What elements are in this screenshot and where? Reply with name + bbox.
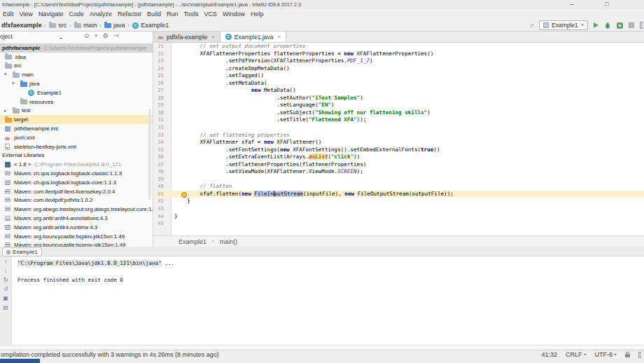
tree-item-pdfxfaexample-iml[interactable]: pdfxfaexample.iml (0, 124, 153, 133)
menu-view[interactable]: View (17, 9, 36, 20)
tree-item-maven-org-antlr-antlr4-annotations-4-3[interactable]: Maven: org.antlr:antlr4-annotations:4.3 (0, 214, 153, 223)
code-line-36[interactable]: 36 .setExtraEventList(Arrays.asList("cli… (153, 153, 644, 161)
rerun-icon[interactable]: ↻ (4, 277, 8, 283)
minimize-button[interactable]: – (564, 0, 580, 9)
code-line-33[interactable]: 33 // set flattening properties (153, 132, 644, 139)
code-line-41[interactable]: 41 xfaf.flatten(new FileInputStream(inpu… (153, 191, 644, 198)
menu-build[interactable]: Build (144, 9, 164, 20)
tree-item-maven-ch-qos-logback-logback-core-1-1-3[interactable]: Maven: ch.qos.logback:logback-core:1.1.3 (0, 178, 153, 187)
code-line-45[interactable]: 45 (153, 220, 644, 228)
code-line-44[interactable]: 44} (153, 213, 644, 221)
line-separator-selector[interactable]: CRLF (566, 351, 587, 358)
breadcrumb-item-example1[interactable]: Example1 (132, 22, 169, 29)
chevron-down-icon[interactable]: ▾ (12, 79, 14, 88)
code-line-31[interactable]: 31 .setTitle("Flattened XFA")); (153, 116, 644, 124)
tree-item-maven-ch-qos-logback-logback-classic-1-1-3[interactable]: Maven: ch.qos.logback:logback-classic:1.… (0, 169, 153, 178)
tree-item-java[interactable]: ▾java (0, 79, 153, 88)
code-line-21[interactable]: 21 // set output document properties (153, 43, 644, 50)
editor-breadcrumb-main[interactable]: main() (220, 238, 238, 245)
code-line-24[interactable]: 24 .createXmpMetaData() (153, 65, 644, 73)
breadcrumb-item-java[interactable]: java (104, 22, 126, 29)
menu-window[interactable]: Window (220, 9, 248, 20)
up-stack-trace-icon[interactable]: ↑ (4, 259, 7, 265)
menu-help[interactable]: Help (248, 9, 267, 20)
tree-item-test[interactable]: ▸test (0, 107, 153, 116)
code-line-38[interactable]: 38 .setViewMode(XFAFlattener.ViewMode.SC… (153, 168, 644, 176)
tab-example1-java[interactable]: Example1.java× (220, 32, 286, 42)
sync-arrows-icon[interactable]: ↓↑ (529, 22, 533, 29)
menu-vcs[interactable]: VCS (202, 9, 220, 20)
code-line-39[interactable]: 39 (153, 176, 644, 184)
notification-icon[interactable] (638, 352, 641, 358)
chevron-down-icon[interactable]: ▾ (4, 70, 6, 79)
code-line-30[interactable]: 30 .setSubject("Showing off our flatteni… (153, 109, 644, 117)
tree-item-main[interactable]: ▾main (0, 70, 153, 79)
tree-item-pom-xml[interactable]: pom.xml (0, 133, 153, 142)
breadcrumb-item-dfxfaexample[interactable]: dfxfaexample (1, 22, 43, 29)
tree-item-maven-org-bouncycastle-bcprov-jdk15on-1-49[interactable]: Maven: org.bouncycastle:bcprov-jdk15on:1… (0, 241, 153, 247)
code-line-35[interactable]: 35 .setFontSettings(new XFAFontSettings(… (153, 146, 644, 154)
tree-item-maven-org-abego-treelayout-org-abego-treelayout-core-1-0-1[interactable]: Maven: org.abego.treelayout:org.abego.tr… (0, 205, 153, 214)
hide-panel-icon[interactable]: ⊣ (113, 32, 119, 39)
tree-item-example1[interactable]: Example1 (0, 88, 153, 97)
collapse-all-icon[interactable]: + (94, 32, 98, 39)
editor-breadcrumb-example1[interactable]: Example1 (178, 238, 206, 245)
code-line-28[interactable]: 28 .setAuthor("iText Samples") (153, 95, 644, 102)
tree-item-maven-org-bouncycastle-bcpkix-jdk15on-1-49[interactable]: Maven: org.bouncycastle:bcpkix-jdk15on:1… (0, 232, 153, 241)
intention-bulb-icon[interactable] (181, 192, 187, 198)
project-scrollbar[interactable] (148, 109, 151, 200)
gear-icon[interactable]: ⚙ (103, 32, 108, 39)
tree-item-idea[interactable]: .idea (0, 53, 153, 62)
close-icon[interactable]: × (278, 34, 281, 40)
console-settings-icon[interactable]: ▤ (3, 304, 8, 310)
menu-analyze[interactable]: Analyze (87, 9, 115, 20)
code-line-34[interactable]: 34 XFAFlattener xfaf = new XFAFlattener(… (153, 139, 644, 146)
code-line-22[interactable]: 22 XFAFlattenerProperties flattenerPrope… (153, 50, 644, 58)
menu-tools[interactable]: Tools (181, 9, 202, 20)
tree-item-skeleton-itextkey-joris-xml[interactable]: skeleton-itextkey-joris.xml (0, 142, 153, 151)
chevron-right-icon[interactable]: ▸ (4, 107, 6, 116)
code-editor[interactable]: 21 // set output document properties22 X… (153, 43, 644, 235)
stop-button[interactable] (629, 22, 634, 28)
search-everywhere-icon[interactable] (640, 22, 643, 29)
close-icon[interactable]: × (211, 34, 215, 40)
coverage-button[interactable] (617, 22, 623, 29)
tree-item-maven-com-itextpdf-pdfxfa-1-0-2[interactable]: Maven: com.itextpdf:pdfxfa:1.0.2 (0, 196, 153, 205)
menu-run[interactable]: Run (164, 9, 181, 20)
locate-file-icon[interactable]: ⊙ (84, 32, 90, 39)
tree-item-src[interactable]: src (0, 62, 153, 71)
menu-refactor[interactable]: Refactor (115, 9, 144, 20)
run-config-selector[interactable]: Example1 (539, 20, 588, 30)
tree-item-external-libraries[interactable]: External Libraries (0, 151, 153, 160)
pin-icon[interactable]: ▣ (3, 295, 8, 301)
menu-code[interactable]: Code (66, 9, 87, 20)
code-line-40[interactable]: 40 // flatten (153, 183, 644, 191)
caret-position[interactable]: 41:32 (541, 351, 557, 358)
code-line-42[interactable]: 42 } (153, 198, 644, 205)
tree-item-resources[interactable]: resources (0, 97, 153, 107)
run-console[interactable]: "C:\Program Files\Java\jdk1.8.0_121\bin\… (12, 256, 644, 345)
run-tab[interactable]: Example1 (2, 247, 42, 256)
run-button[interactable] (594, 22, 598, 28)
code-line-29[interactable]: 29 .setLanguage("EN") (153, 102, 644, 109)
code-line-43[interactable]: 43 (153, 205, 644, 213)
breadcrumb-item-main[interactable]: main (74, 22, 98, 29)
code-line-25[interactable]: 25 .setTagged() (153, 72, 644, 80)
code-line-23[interactable]: 23 .setPdfVersion(XFAFlattenerProperties… (153, 57, 644, 65)
menu-navigate[interactable]: Navigate (36, 9, 66, 20)
restore-layout-icon[interactable]: ↺ (4, 286, 8, 292)
tree-item-1-8[interactable]: < 1.8 >C:\Program Files\Java\jdk1.8.0_12… (0, 160, 153, 169)
tree-item-target[interactable]: target (0, 115, 153, 124)
down-stack-trace-icon[interactable]: ↓ (4, 268, 7, 274)
breadcrumb-item-src[interactable]: src (48, 22, 67, 29)
maximize-button[interactable]: □ (599, 0, 615, 9)
project-panel-title[interactable]: oject (0, 33, 13, 40)
tree-item-maven-org-antlr-antlr4-runtime-4-3[interactable]: Maven: org.antlr:antlr4-runtime:4.3 (0, 223, 153, 232)
tree-item-maven-com-itextpdf-itext-licensekey-2-0-4[interactable]: Maven: com.itextpdf:itext-licensekey:2.0… (0, 187, 153, 196)
code-line-27[interactable]: 27 new MetaData() (153, 87, 644, 95)
tree-item-pdfxfaexample[interactable]: pdfxfaexampleC:\Users\iText\IdeaProjects… (0, 43, 153, 53)
lock-icon[interactable] (625, 354, 630, 357)
code-line-37[interactable]: 37 .setFlattenerProperties(flattenerProp… (153, 161, 644, 169)
menu-edit[interactable]: Edit (0, 9, 17, 20)
code-line-26[interactable]: 26 .setMetaData( (153, 80, 644, 88)
